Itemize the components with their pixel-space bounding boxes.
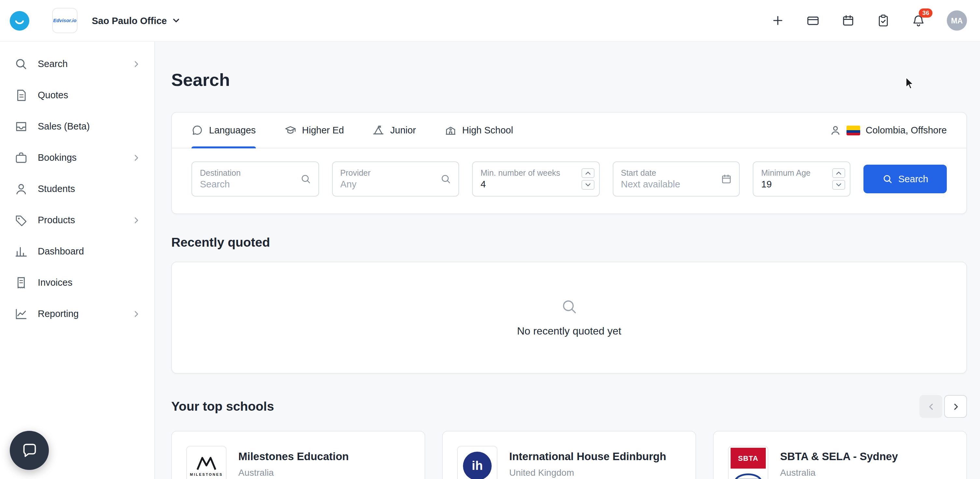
sidebar-item-label: Products — [38, 215, 75, 225]
chevron-left-icon — [926, 402, 935, 411]
search-icon — [300, 173, 311, 184]
calendar-icon — [841, 14, 855, 27]
sidebar-item-students[interactable]: Students — [0, 173, 154, 205]
school-info: SBTA & SELA - Sydney Australia — [780, 446, 898, 478]
notifications-button[interactable]: 36 — [912, 14, 925, 27]
provider-field[interactable]: Provider — [332, 162, 459, 197]
colombia-flag-icon — [847, 125, 861, 135]
tab-label: Higher Ed — [302, 125, 344, 135]
school-info: International House Edinburgh United Kin… — [509, 446, 666, 478]
provider-input[interactable] — [340, 179, 435, 189]
tab-higher-ed[interactable]: Higher Ed — [285, 113, 344, 148]
destination-input[interactable] — [200, 179, 295, 189]
tag-icon — [14, 213, 28, 227]
graduation-cap-icon — [285, 124, 296, 136]
tab-languages[interactable]: Languages — [191, 113, 256, 148]
stepper-up-button[interactable] — [832, 168, 845, 178]
field-label: Start date — [621, 168, 716, 178]
search-button-label: Search — [898, 174, 928, 184]
min-age-field[interactable]: Minimum Age — [753, 162, 850, 197]
user-avatar[interactable]: MA — [947, 10, 967, 30]
search-button[interactable]: Search — [864, 165, 947, 193]
search-icon — [440, 173, 451, 184]
create-new-button[interactable] — [771, 14, 785, 27]
destination-field[interactable]: Destination — [191, 162, 319, 197]
start-date-field[interactable]: Start date — [612, 162, 740, 197]
chevron-right-icon — [132, 152, 141, 162]
weeks-stepper — [581, 168, 594, 190]
search-icon — [882, 174, 892, 184]
min-age-stepper — [832, 168, 845, 190]
person-icon — [14, 182, 28, 195]
sidebar-item-label: Bookings — [38, 152, 76, 163]
start-date-input[interactable] — [621, 179, 716, 189]
weeks-field[interactable]: Min. number of weeks — [472, 162, 600, 197]
school-card-milestones[interactable]: MILESTONES Milestones Education Australi… — [171, 431, 425, 479]
top-schools-title: Your top schools — [171, 399, 274, 414]
sidebar-item-label: Students — [38, 184, 75, 194]
sidebar-item-invoices[interactable]: Invoices — [0, 267, 154, 298]
sidebar-item-products[interactable]: Products — [0, 205, 154, 236]
sidebar-item-search[interactable]: Search — [0, 48, 154, 79]
inbox-icon — [14, 119, 28, 133]
main-content: Search Languages Higher Ed — [155, 42, 980, 479]
school-card-ih-edinburgh[interactable]: ih International House Edinburgh United … — [442, 431, 696, 479]
document-icon — [14, 88, 28, 102]
stepper-up-button[interactable] — [581, 168, 594, 178]
topbar: Edvisor.io Sao Paulo Office — [0, 0, 980, 42]
chevron-right-icon — [132, 215, 141, 225]
school-logo: SBTA — [728, 446, 768, 479]
empty-state-message: No recently quoted yet — [517, 325, 621, 337]
chevron-right-icon — [132, 59, 141, 69]
chevron-right-icon — [951, 402, 960, 411]
sidebar-item-label: Quotes — [38, 90, 68, 100]
tasks-button[interactable] — [877, 14, 890, 27]
school-card-sbta-sela[interactable]: SBTA SBTA & SELA - Sydney Australia — [713, 431, 967, 479]
school-logo: ih — [457, 446, 498, 479]
market-selector[interactable]: Colombia, Offshore — [830, 124, 947, 136]
sidebar-item-sales[interactable]: Sales (Beta) — [0, 111, 154, 142]
brand-label: Edvisor.io — [53, 17, 76, 24]
smile-logo-icon — [13, 14, 26, 27]
field-label: Min. number of weeks — [480, 168, 575, 178]
edvisor-brand-badge[interactable]: Edvisor.io — [52, 8, 78, 33]
school-logo: MILESTONES — [186, 446, 227, 479]
chat-widget-button[interactable] — [10, 431, 49, 470]
topbar-actions: 36 MA — [771, 10, 967, 30]
recently-quoted-title: Recently quoted — [171, 235, 967, 250]
sidebar-item-reporting[interactable]: Reporting — [0, 298, 154, 329]
app-stage: Edvisor.io Sao Paulo Office — [0, 0, 980, 479]
page-title: Search — [171, 70, 967, 90]
line-chart-icon — [14, 307, 28, 320]
workspace-switcher[interactable]: Sao Paulo Office — [92, 15, 181, 26]
sidebar-item-quotes[interactable]: Quotes — [0, 79, 154, 111]
notification-count-badge: 36 — [919, 8, 932, 17]
stepper-down-button[interactable] — [581, 180, 594, 190]
carousel-next-button[interactable] — [944, 395, 967, 418]
top-schools-header: Your top schools — [171, 395, 967, 418]
tab-label: Junior — [390, 125, 416, 135]
tab-label: Languages — [209, 125, 256, 135]
calendar-button[interactable] — [841, 14, 855, 27]
stepper-down-button[interactable] — [832, 180, 845, 190]
app-logo[interactable] — [10, 11, 29, 30]
tab-junior[interactable]: Junior — [373, 113, 416, 148]
field-label: Minimum Age — [761, 168, 826, 178]
weeks-input[interactable] — [480, 179, 575, 189]
tab-high-school[interactable]: High School — [445, 113, 513, 148]
workspace-name: Sao Paulo Office — [92, 15, 167, 26]
program-type-tabs: Languages Higher Ed Junior — [172, 113, 966, 148]
search-panel: Languages Higher Ed Junior — [171, 112, 967, 214]
min-age-input[interactable] — [761, 179, 826, 189]
sidebar-item-label: Reporting — [38, 308, 79, 319]
sidebar-item-dashboard[interactable]: Dashboard — [0, 236, 154, 267]
field-label: Provider — [340, 168, 435, 178]
sidebar-item-label: Search — [38, 59, 68, 69]
carousel-prev-button[interactable] — [920, 395, 942, 418]
sidebar-item-bookings[interactable]: Bookings — [0, 142, 154, 173]
tent-icon — [373, 124, 385, 136]
sidebar: Search Quotes Sales (Beta) — [0, 42, 155, 479]
bar-chart-icon — [14, 244, 28, 258]
search-icon — [14, 57, 28, 71]
billing-button[interactable] — [806, 14, 820, 27]
